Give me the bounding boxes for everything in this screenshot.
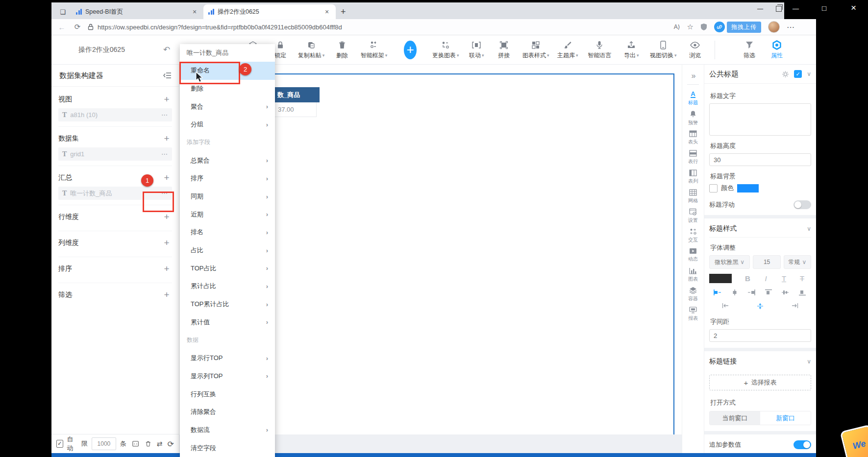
align-right-button[interactable] [743, 289, 760, 296]
enable-checkbox[interactable]: ✓ [794, 70, 802, 78]
linkage-button[interactable]: 联动▾ [463, 40, 490, 60]
collapse-panel-icon[interactable] [163, 72, 171, 78]
collapse-panel-button[interactable]: » [692, 72, 695, 80]
select-report-button[interactable]: + 选择报表 [709, 375, 811, 390]
title-height-input[interactable] [709, 153, 811, 166]
auto-checkbox[interactable]: ✓ [56, 440, 63, 448]
view-switch-button[interactable]: 视图切换▾ [645, 40, 681, 60]
limit-input[interactable] [92, 437, 116, 450]
menu-item-show-row-top[interactable]: 显示行TOP› [180, 349, 275, 367]
export-button[interactable]: 导出▾ [618, 40, 645, 60]
title-link-header[interactable]: 标题链接 ∨ [709, 353, 811, 370]
item-more-icon[interactable]: ⋯ [161, 150, 168, 158]
chart-style-button[interactable]: 图表样式▾ [518, 40, 554, 60]
font-family-select[interactable]: 微软雅黑 ∨ [709, 255, 750, 269]
letter-spacing-input[interactable] [709, 329, 811, 342]
close-icon[interactable]: × [191, 8, 198, 16]
trash-icon[interactable] [146, 440, 151, 447]
font-color-swatch[interactable] [709, 274, 732, 283]
strip-tab-grid[interactable]: 网格 [682, 187, 704, 206]
strip-tab-settings[interactable]: 设置 [682, 206, 704, 226]
menu-item-rank[interactable]: 排名› [180, 223, 275, 241]
copy-paste-button[interactable]: 复制粘贴▾ [294, 40, 328, 60]
user-avatar[interactable] [768, 21, 780, 33]
font-weight-select[interactable]: 常规 ∨ [784, 255, 811, 269]
align-bottom-button[interactable] [794, 289, 811, 296]
grid-widget[interactable]: 数_商品 37.00 [274, 87, 320, 117]
shuffle-icon[interactable]: ⇄ [157, 440, 163, 448]
strip-tab-chart[interactable]: 图表 [682, 265, 704, 285]
gear-icon[interactable] [782, 71, 789, 78]
strip-tab-table-header[interactable]: 表头 [682, 128, 704, 147]
favorite-star-icon[interactable]: ☆ [687, 23, 694, 31]
browser-more-icon[interactable]: ⋯ [787, 23, 794, 32]
color-swatch[interactable] [737, 184, 759, 192]
title-text-input[interactable] [709, 103, 811, 136]
menu-item-top-cumulative-ratio[interactable]: TOP累计占比› [180, 295, 275, 313]
shield-icon[interactable] [700, 23, 707, 31]
splice-button[interactable]: 拼接 [490, 40, 518, 60]
minimize-icon[interactable]: — [757, 5, 763, 12]
new-tab-button[interactable]: + [341, 7, 346, 17]
strip-tab-container[interactable]: 容器 [682, 285, 704, 304]
bold-button[interactable]: B [739, 274, 757, 283]
preview-button[interactable]: 浏览 [681, 40, 709, 60]
menu-item-same-period[interactable]: 同期› [180, 188, 275, 206]
menu-item-ratio[interactable]: 占比› [180, 241, 275, 260]
chevron-down-icon[interactable]: ∨ [807, 71, 811, 77]
open-mode-current-window[interactable]: 当前窗口 [710, 411, 760, 425]
add-summary-button[interactable]: + [161, 172, 172, 183]
delete-button[interactable]: 删除 [328, 40, 356, 60]
tab-current-report[interactable]: 操作2作业0625 × [203, 4, 336, 19]
menu-item-data-flow[interactable]: 数据流› [180, 421, 275, 439]
strip-tab-title[interactable]: A 标题 [682, 89, 704, 108]
strip-tab-report[interactable]: 报表 [682, 304, 704, 324]
strip-tab-alert[interactable]: 预警 [682, 108, 704, 128]
grid-header-cell[interactable]: 数_商品 [274, 87, 320, 102]
reload-icon[interactable]: ⟳ [168, 439, 174, 449]
menu-item-show-col-top[interactable]: 显示列TOP› [180, 367, 275, 385]
font-size-select[interactable]: 15 [753, 255, 780, 269]
menu-item-total-aggregate[interactable]: 总聚合› [180, 151, 275, 169]
filter-button[interactable]: 筛选 [736, 40, 763, 60]
move-end-button[interactable] [791, 303, 798, 310]
add-filter-button[interactable]: + [161, 289, 172, 300]
menu-item-cumulative-value[interactable]: 累计值› [180, 313, 275, 332]
italic-button[interactable]: I [757, 274, 775, 283]
outer-maximize-icon[interactable]: □ [822, 4, 826, 12]
title-style-header[interactable]: 标题样式 ∨ [709, 220, 811, 238]
underline-button[interactable]: T [775, 274, 793, 283]
strip-tab-table-row[interactable]: 表行 [682, 147, 704, 167]
align-left-button[interactable] [709, 289, 726, 296]
restore-icon[interactable] [776, 6, 782, 12]
widget-selection-box[interactable] [243, 73, 674, 437]
outer-minimize-icon[interactable]: — [793, 5, 799, 12]
grid-value-cell[interactable]: 37.00 [274, 102, 317, 117]
title-float-toggle[interactable] [794, 200, 811, 209]
align-middle-v-button[interactable] [777, 289, 794, 296]
outer-close-icon[interactable]: × [851, 2, 856, 13]
add-dataset-button[interactable]: + [161, 133, 172, 144]
read-aloud-icon[interactable]: A⟩ [674, 24, 680, 30]
align-top-button[interactable] [760, 289, 777, 296]
dataset-item[interactable]: T grid1 ⋯ [58, 147, 172, 161]
menu-item-recent[interactable]: 近期› [180, 205, 275, 223]
smart-voice-button[interactable]: 智能语言 [581, 40, 618, 60]
add-col-dim-button[interactable]: + [161, 238, 172, 248]
menu-item-clear-aggregate[interactable]: 清除聚合 [180, 403, 275, 421]
menu-item-group[interactable]: 分组› [180, 116, 275, 134]
item-more-icon[interactable]: ⋯ [161, 111, 168, 119]
tab-group-icon[interactable]: ❏ [55, 5, 70, 18]
align-center-h-button[interactable] [726, 289, 744, 296]
strip-tab-table-col[interactable]: 表列 [682, 167, 704, 187]
close-icon[interactable]: × [323, 8, 331, 16]
undo-icon[interactable]: ↶ [163, 45, 170, 55]
menu-item-transpose[interactable]: 行列互换 [180, 385, 275, 403]
address-bar[interactable]: https://ow.speedbi.cn/design?fdesign=tru… [88, 24, 669, 31]
menu-item-cumulative-ratio[interactable]: 累计占比› [180, 277, 275, 295]
menu-item-clear-fields[interactable]: 清空字段 [180, 439, 275, 457]
code-window-icon[interactable] [132, 440, 139, 447]
menu-item-top-ratio[interactable]: TOP占比› [180, 259, 275, 277]
strikethrough-button[interactable]: T [793, 274, 811, 283]
smart-frame-button[interactable]: 智能框架▾ [356, 40, 392, 60]
